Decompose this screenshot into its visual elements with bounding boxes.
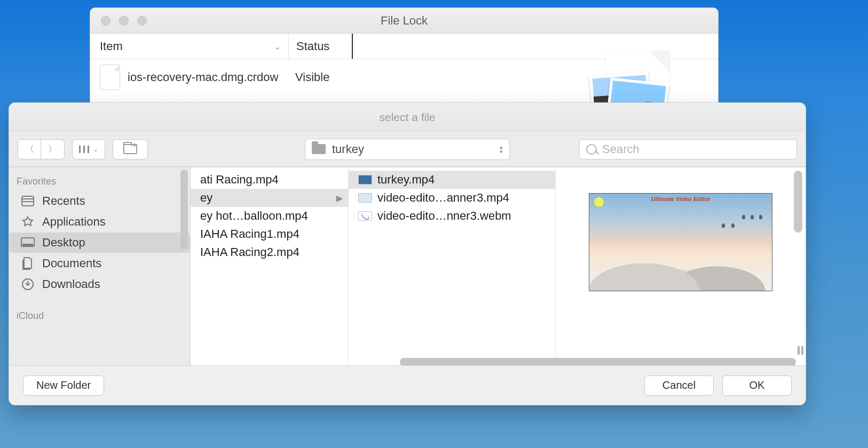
zoom-window-icon[interactable] [137, 16, 147, 26]
nav-back-forward: 〈 〉 [18, 139, 65, 159]
sheet-footer: New Folder Cancel OK [9, 365, 806, 405]
close-window-icon[interactable] [101, 16, 111, 26]
column-header-status[interactable]: Status [289, 34, 353, 59]
pane-scrollbar[interactable] [794, 171, 802, 233]
desktop-icon [21, 237, 35, 249]
sidebar-item-documents[interactable]: Documents [9, 253, 190, 274]
file-status: Visible [288, 70, 352, 84]
list-item[interactable]: ati Racing.mp4 [191, 171, 348, 189]
sidebar-item-label: Applications [42, 215, 106, 229]
folder-icon [312, 144, 326, 154]
chevron-left-icon: 〈 [25, 143, 34, 155]
list-item[interactable]: video-edito…anner3.mp4 [349, 189, 555, 207]
view-mode-button[interactable]: ⌄ [72, 139, 105, 159]
list-item[interactable]: IAHA Racing1.mp4 [191, 225, 348, 243]
file-picker-sheet: select a file 〈 〉 ⌄ turkey ▴▾ Search Fav… [9, 102, 806, 405]
list-item-label: turkey.mp4 [377, 173, 435, 187]
chevron-right-icon: ▶ [336, 193, 343, 203]
svg-rect-4 [22, 244, 33, 246]
list-item-label: video-edito…anner3.mp4 [377, 191, 509, 205]
sidebar-item-label: Recents [42, 194, 85, 208]
columns-view-icon [79, 146, 90, 153]
chevron-right-icon: 〉 [48, 143, 57, 155]
cancel-button[interactable]: Cancel [644, 375, 714, 396]
list-item-label: ati Racing.mp4 [200, 173, 279, 187]
search-placeholder: Search [602, 142, 640, 156]
video-thumb-icon [358, 175, 372, 185]
toolbar: 〈 〉 ⌄ turkey ▴▾ Search [9, 132, 806, 167]
button-label: Cancel [662, 379, 696, 391]
preview-thumbnail: Ultimate Video Editor [589, 193, 772, 291]
window-title: File Lock [90, 14, 718, 28]
traffic-lights [101, 16, 147, 26]
minimize-window-icon[interactable] [119, 16, 129, 26]
recents-icon [21, 195, 35, 207]
list-item-label: ey [200, 191, 212, 205]
preview-overlay-text: Ultimate Video Editor [589, 196, 772, 202]
column-header-item[interactable]: Item ⌄ [90, 34, 289, 59]
webm-file-icon [358, 211, 372, 221]
window-titlebar: File Lock [90, 8, 718, 34]
documents-icon [21, 258, 35, 269]
sidebar-item-downloads[interactable]: Downloads [9, 274, 190, 294]
column-2: turkey.mp4 video-edito…anner3.mp4 video-… [349, 167, 556, 365]
ok-button[interactable]: OK [722, 375, 792, 396]
sidebar-group-head-icloud: iCloud [9, 306, 190, 325]
browser-body: Favorites Recents Applications Desktop [9, 167, 806, 365]
sidebar-item-label: Downloads [42, 277, 100, 291]
list-item[interactable]: IAHA Racing2.mp4 [191, 243, 348, 261]
list-item[interactable]: video-edito…nner3.webm [349, 207, 555, 225]
list-item-label: IAHA Racing1.mp4 [200, 227, 299, 241]
file-name: ios-recovery-mac.dmg.crdow [128, 70, 288, 84]
path-label: turkey [332, 142, 364, 156]
sidebar-item-label: Desktop [42, 236, 85, 250]
sidebar-item-desktop[interactable]: Desktop [9, 233, 190, 253]
sidebar-item-applications[interactable]: Applications [9, 212, 190, 232]
list-item-label: IAHA Racing2.mp4 [200, 245, 299, 259]
path-popup[interactable]: turkey ▴▾ [305, 139, 510, 160]
back-button[interactable]: 〈 [18, 139, 41, 159]
column-header-status-label: Status [296, 39, 329, 53]
search-icon [586, 144, 597, 155]
chevron-down-icon: ⌄ [93, 146, 98, 153]
sidebar-item-label: Documents [42, 257, 101, 270]
search-input[interactable]: Search [579, 139, 797, 159]
sidebar-item-recents[interactable]: Recents [9, 191, 190, 211]
list-item[interactable]: ey ▶ [191, 189, 348, 207]
sheet-title: select a file [9, 103, 806, 132]
video-thumb-icon [358, 193, 372, 203]
downloads-icon [21, 278, 35, 290]
action-button[interactable] [113, 139, 148, 159]
list-item-label: ey hot…balloon.mp4 [200, 209, 308, 223]
forward-button[interactable]: 〉 [41, 139, 65, 159]
file-icon [100, 65, 120, 90]
sidebar: Favorites Recents Applications Desktop [9, 167, 191, 365]
sort-chevron-icon: ⌄ [274, 41, 281, 51]
sidebar-scrollbar[interactable] [180, 170, 188, 250]
button-label: New Folder [36, 379, 91, 391]
list-item[interactable]: ey hot…balloon.mp4 [191, 207, 348, 225]
column-header-item-label: Item [100, 39, 123, 53]
resize-handle-icon[interactable] [798, 346, 803, 355]
list-item-label: video-edito…nner3.webm [377, 209, 511, 223]
horizontal-scrollbar[interactable] [208, 354, 796, 362]
preview-pane: Ultimate Video Editor [556, 167, 806, 365]
new-folder-button[interactable]: New Folder [23, 375, 104, 396]
new-folder-icon [123, 144, 137, 154]
list-item[interactable]: turkey.mp4 [349, 171, 555, 189]
sidebar-group-head-favorites: Favorites [9, 172, 190, 190]
column-1: ati Racing.mp4 ey ▶ ey hot…balloon.mp4 I… [191, 167, 349, 365]
applications-icon [21, 216, 35, 228]
button-label: OK [749, 379, 765, 391]
stepper-icon: ▴▾ [500, 145, 503, 154]
